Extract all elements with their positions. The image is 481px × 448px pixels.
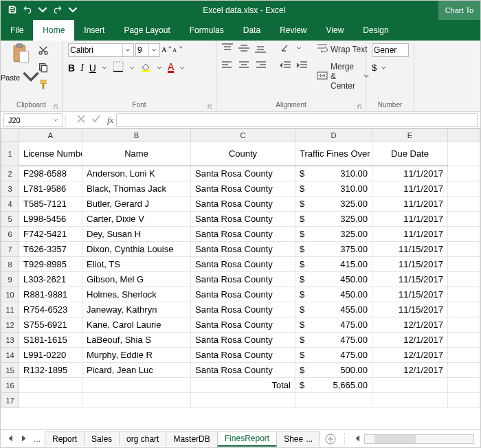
- cell[interactable]: 12/1/2017: [372, 363, 448, 378]
- row-header[interactable]: 4: [1, 197, 19, 212]
- fx-label[interactable]: fx: [107, 115, 113, 126]
- borders-icon[interactable]: [113, 61, 124, 74]
- cell[interactable]: $415.00: [295, 257, 372, 272]
- cell[interactable]: 12/1/2017: [372, 317, 448, 333]
- cell[interactable]: Dixon, Cynthia Louise: [82, 242, 191, 257]
- cell[interactable]: L303-2621: [19, 272, 82, 287]
- cell[interactable]: [448, 212, 480, 227]
- cell[interactable]: Santa Rosa County: [191, 272, 295, 287]
- cell[interactable]: [82, 378, 191, 393]
- sheet-tab-orgchart[interactable]: org chart: [119, 432, 166, 446]
- cell[interactable]: 11/1/2017: [372, 181, 448, 197]
- row-header[interactable]: 16: [1, 378, 19, 393]
- cell[interactable]: $375.00: [295, 242, 372, 257]
- cell[interactable]: 11/15/2017: [372, 272, 448, 287]
- cell[interactable]: [448, 257, 480, 272]
- cell[interactable]: [448, 317, 480, 333]
- number-format-combo[interactable]: Gener: [372, 43, 409, 57]
- row-header[interactable]: 2: [1, 166, 19, 181]
- dialog-launcher-icon[interactable]: [53, 103, 60, 110]
- align-middle-icon[interactable]: [238, 43, 249, 55]
- cell[interactable]: Total: [191, 378, 295, 393]
- cell[interactable]: [448, 287, 480, 302]
- scroll-left-icon[interactable]: [352, 434, 364, 444]
- cell[interactable]: 11/15/2017: [372, 257, 448, 272]
- cell[interactable]: R881-9881: [19, 287, 82, 302]
- cell[interactable]: $310.00: [295, 181, 372, 197]
- cell[interactable]: R132-1895: [19, 363, 82, 378]
- cell[interactable]: [448, 348, 480, 363]
- cell[interactable]: 11/15/2017: [372, 242, 448, 257]
- cell[interactable]: Holmes, Sherlock: [82, 287, 191, 302]
- cell[interactable]: 11/1/2017: [372, 212, 448, 227]
- save-icon[interactable]: [8, 5, 17, 16]
- formula-input[interactable]: [116, 113, 478, 127]
- cell[interactable]: Kane, Carol Laurie: [82, 317, 191, 333]
- cell[interactable]: $325.00: [295, 212, 372, 227]
- chevron-down-icon[interactable]: [157, 63, 162, 73]
- row-header[interactable]: 1: [1, 142, 19, 166]
- paste-button[interactable]: Paste: [6, 43, 35, 92]
- chevron-down-icon[interactable]: [381, 63, 386, 73]
- row-header[interactable]: 7: [1, 242, 19, 257]
- chevron-down-icon[interactable]: [38, 5, 47, 16]
- cell[interactable]: [448, 393, 480, 408]
- cell[interactable]: Carter, Dixie V: [82, 212, 191, 227]
- align-bottom-icon[interactable]: [255, 43, 266, 55]
- cell[interactable]: Santa Rosa County: [191, 166, 295, 181]
- column-header[interactable]: A: [19, 129, 82, 142]
- merge-center-button[interactable]: Merge & Center: [317, 62, 369, 91]
- cell[interactable]: Santa Rosa County: [191, 257, 295, 272]
- row-header[interactable]: 14: [1, 348, 19, 363]
- cell[interactable]: [448, 333, 480, 348]
- chevron-down-icon[interactable]: [296, 43, 302, 55]
- cell[interactable]: [191, 393, 295, 408]
- align-top-icon[interactable]: [222, 43, 233, 55]
- cell[interactable]: Murphy, Eddie R: [82, 348, 191, 363]
- tab-view[interactable]: View: [317, 20, 354, 41]
- undo-icon[interactable]: [23, 5, 32, 16]
- cell[interactable]: $475.00: [295, 348, 372, 363]
- row-header[interactable]: 5: [1, 212, 19, 227]
- tab-formulas[interactable]: Formulas: [180, 20, 234, 41]
- row-header[interactable]: 6: [1, 227, 19, 242]
- cell[interactable]: L781-9586: [19, 181, 82, 197]
- sheet-tab-finesreport[interactable]: FinesReport: [217, 431, 277, 447]
- cell[interactable]: S181-1615: [19, 333, 82, 348]
- column-header[interactable]: B: [82, 129, 191, 142]
- tab-home[interactable]: Home: [33, 20, 74, 41]
- cell[interactable]: Due Date: [372, 142, 448, 166]
- cell[interactable]: [19, 393, 82, 408]
- tab-scroll-left-icon[interactable]: [5, 434, 17, 444]
- bold-button[interactable]: B: [68, 63, 75, 74]
- name-box[interactable]: J20: [3, 113, 63, 127]
- decrease-font-icon[interactable]: A: [172, 45, 182, 56]
- cell[interactable]: [19, 378, 82, 393]
- cell[interactable]: $475.00: [295, 317, 372, 333]
- currency-button[interactable]: $: [372, 63, 377, 73]
- cell[interactable]: $325.00: [295, 227, 372, 242]
- scrollbar-thumb[interactable]: [374, 435, 416, 443]
- increase-font-icon[interactable]: A: [161, 45, 171, 56]
- cancel-formula-icon[interactable]: [77, 115, 85, 125]
- sheet-tabs-overflow[interactable]: ...: [30, 434, 45, 444]
- cell[interactable]: County: [191, 142, 295, 166]
- select-all-corner[interactable]: [1, 129, 19, 142]
- cell[interactable]: T585-7121: [19, 197, 82, 212]
- font-name-combo[interactable]: Calibri: [68, 43, 134, 57]
- cell[interactable]: 12/1/2017: [372, 333, 448, 348]
- italic-button[interactable]: I: [80, 63, 84, 74]
- format-painter-icon[interactable]: [38, 79, 49, 92]
- cell[interactable]: Gibson, Mel G: [82, 272, 191, 287]
- tab-file[interactable]: File: [1, 20, 33, 41]
- row-header[interactable]: 3: [1, 181, 19, 197]
- cell[interactable]: [448, 166, 480, 181]
- cell[interactable]: Santa Rosa County: [191, 227, 295, 242]
- row-header[interactable]: 9: [1, 272, 19, 287]
- enter-formula-icon[interactable]: [92, 115, 100, 125]
- cell[interactable]: Santa Rosa County: [191, 363, 295, 378]
- align-right-icon[interactable]: [255, 60, 266, 72]
- cell[interactable]: L991-0220: [19, 348, 82, 363]
- cell[interactable]: Butler, Gerard J: [82, 197, 191, 212]
- row-header[interactable]: 17: [1, 393, 19, 408]
